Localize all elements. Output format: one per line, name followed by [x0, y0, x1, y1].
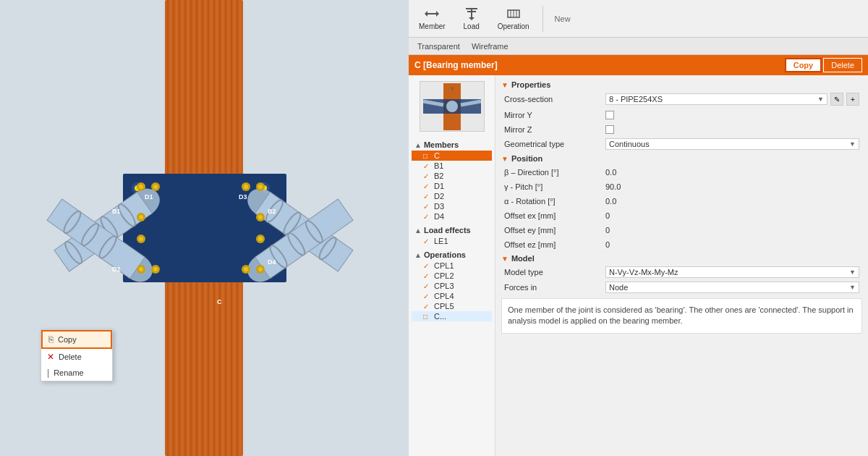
3d-viewport[interactable]: B1 B2 D2 D4 D1 D3 C ⎘ Copy ✕ Delete | Re…: [0, 0, 409, 456]
forces-in-value: Node ▼: [605, 282, 859, 293]
context-rename-label: Rename: [54, 368, 84, 377]
cross-section-label: Cross-section: [504, 95, 605, 104]
item-CPL3-label: CPL3: [434, 282, 454, 290]
tree-item-CPL1[interactable]: ✓ CPL1: [412, 261, 492, 271]
properties-section-label: Properties: [511, 80, 550, 89]
tree-item-C[interactable]: □ C: [412, 151, 492, 161]
tree-item-CPL4[interactable]: ✓ CPL4: [412, 291, 492, 301]
wireframe-btn[interactable]: Wireframe: [469, 41, 511, 51]
load-effects-header: ▲ Load effects: [412, 224, 492, 236]
gamma-text: 90.0: [605, 182, 621, 191]
members-arrow: ▲: [414, 141, 422, 149]
operation-label: Operation: [498, 22, 529, 30]
position-section-label: Position: [511, 154, 542, 163]
svg-point-68: [244, 185, 248, 189]
tree-item-D4[interactable]: ✓ D4: [412, 211, 492, 221]
copy-header-button[interactable]: Copy: [785, 58, 822, 72]
forces-in-text: Node: [609, 283, 628, 292]
check-CPL2: ✓: [423, 272, 432, 280]
item-D3-label: D3: [434, 202, 444, 211]
geometrical-type-arrow: ▼: [849, 140, 856, 148]
prop-cross-section: Cross-section 8 - PIPE254XS ▼ ✎ +: [498, 91, 865, 108]
tree-item-CPL6[interactable]: □ C...: [412, 311, 492, 321]
toolbar-load[interactable]: Load: [459, 5, 485, 32]
mirror-y-checkbox[interactable]: [605, 111, 614, 119]
svg-marker-96: [436, 11, 439, 17]
delete-header-button[interactable]: Delete: [823, 58, 862, 72]
tree-item-CPL3[interactable]: ✓ CPL3: [412, 281, 492, 291]
context-menu-copy[interactable]: ⎘ Copy: [41, 330, 112, 349]
mirror-z-checkbox[interactable]: [605, 125, 614, 134]
tree-item-D1[interactable]: ✓ D1: [412, 181, 492, 191]
tree-preview: -Y: [420, 81, 485, 132]
context-copy-label: Copy: [58, 335, 77, 344]
cross-section-value: 8 - PIPE254XS ▼ ✎ +: [605, 93, 859, 106]
toolbar-operation[interactable]: Operation: [493, 5, 534, 32]
prop-alpha: α - Rotation [°] 0.0: [498, 194, 865, 208]
context-menu-rename[interactable]: | Rename: [41, 365, 112, 381]
toolbar-member[interactable]: Member: [414, 5, 450, 32]
operations-header: ▲ Operations: [412, 249, 492, 261]
prop-mirror-y: Mirror Y: [498, 108, 865, 122]
tree-item-B2[interactable]: ✓ B2: [412, 171, 492, 181]
position-triangle: ▼: [501, 155, 509, 163]
tree-item-D3[interactable]: ✓ D3: [412, 201, 492, 211]
load-label: Load: [464, 22, 480, 30]
check-D4: ✓: [423, 213, 432, 221]
item-D4-label: D4: [434, 212, 444, 221]
operation-icon: [505, 7, 522, 21]
tree-item-CPL2[interactable]: ✓ CPL2: [412, 271, 492, 281]
title-bar: C [Bearing member] Copy Delete: [409, 55, 868, 75]
load-effects-section: ▲ Load effects ✓ LE1: [409, 223, 495, 248]
tree-item-LE1[interactable]: ✓ LE1: [412, 236, 492, 246]
svg-text:-Y: -Y: [448, 85, 455, 92]
svg-text:D2: D2: [112, 266, 121, 273]
context-delete-label: Delete: [59, 352, 82, 361]
svg-point-82: [258, 215, 263, 219]
svg-point-107: [446, 101, 458, 112]
prop-forces-in: Forces in Node ▼: [498, 280, 865, 295]
prop-mirror-z: Mirror Z: [498, 122, 865, 137]
model-section-label: Model: [511, 254, 535, 263]
transparent-btn[interactable]: Transparent: [414, 41, 463, 51]
context-menu-delete[interactable]: ✕ Delete: [41, 349, 112, 365]
geometrical-type-select[interactable]: Continuous ▼: [605, 138, 859, 150]
svg-point-66: [153, 185, 158, 189]
model-triangle: ▼: [501, 255, 509, 263]
members-header: ▲ Members: [412, 139, 492, 151]
check-CPL3: ✓: [423, 282, 432, 290]
tree-item-B1[interactable]: ✓ B1: [412, 161, 492, 171]
model-type-select[interactable]: N-Vy-Vz-Mx-My-Mz ▼: [605, 266, 859, 278]
members-section: ▲ Members □ C ✓ B1 ✓ B2 ✓ D1: [409, 138, 495, 223]
model-section-header: ▼ Model: [498, 252, 865, 265]
tree-item-D2[interactable]: ✓ D2: [412, 191, 492, 201]
item-LE1-label: LE1: [434, 237, 448, 245]
item-B2-label: B2: [434, 172, 443, 180]
geometrical-type-value: Continuous ▼: [605, 138, 859, 150]
cross-section-select[interactable]: 8 - PIPE254XS ▼: [605, 93, 827, 105]
svg-text:B2: B2: [268, 208, 276, 215]
tree-item-CPL5[interactable]: ✓ CPL5: [412, 301, 492, 311]
prop-model-type: Model type N-Vy-Vz-Mx-My-Mz ▼: [498, 265, 865, 280]
prop-offset-ey: Offset ey [mm] 0: [498, 223, 865, 237]
item-CPL5-label: CPL5: [434, 302, 454, 311]
alpha-text: 0.0: [605, 197, 616, 206]
svg-text:D1: D1: [145, 193, 153, 200]
geometrical-type-text: Continuous: [609, 140, 650, 148]
model-type-arrow: ▼: [849, 269, 856, 276]
cross-section-edit-btn[interactable]: ✎: [830, 93, 843, 106]
forces-in-select[interactable]: Node ▼: [605, 282, 859, 293]
cross-section-add-btn[interactable]: +: [846, 93, 859, 106]
load-icon: [463, 7, 480, 21]
check-CPL4: ✓: [423, 292, 432, 300]
beta-label: β – Direction [°]: [504, 168, 605, 177]
offset-ez-text: 0: [605, 240, 610, 249]
gamma-value: 90.0: [605, 182, 859, 191]
svg-point-78: [258, 267, 263, 271]
offset-ez-value: 0: [605, 240, 859, 249]
svg-text:C: C: [217, 298, 222, 305]
cross-section-arrow: ▼: [817, 96, 824, 103]
item-CPL1-label: CPL1: [434, 261, 454, 270]
description-text: One member of the joint is considered as…: [508, 305, 854, 325]
position-section-header: ▼ Position: [498, 152, 865, 165]
